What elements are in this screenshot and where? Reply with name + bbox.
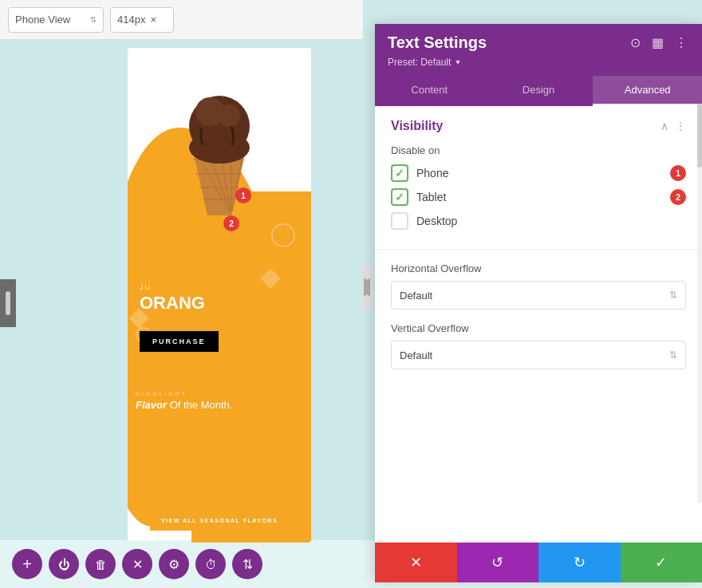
flavor-text-area: JU Orang <box>140 283 205 314</box>
view-select[interactable]: Phone View ⇅ <box>8 7 104 33</box>
horizontal-overflow-value: Default <box>400 290 432 302</box>
purchase-button[interactable]: PURCHASE <box>140 331 219 352</box>
disable-on-label: Disable on <box>391 144 686 156</box>
top-toolbar: Phone View ⇅ 414px × <box>0 0 363 40</box>
panel-header: Text Settings ⊙ ▦ ⋮ Preset: Default ▼ <box>375 24 702 76</box>
phone-checkbox[interactable] <box>391 164 408 182</box>
tab-content[interactable]: Content <box>375 76 484 106</box>
panel-title: Text Settings <box>388 34 487 52</box>
toolbar-power-button[interactable]: ⏻ <box>49 549 79 579</box>
section-collapse-icon[interactable]: ∧ <box>661 120 668 132</box>
highlight-area: HIGHLIGHT Flavor Of the Month. <box>136 391 232 411</box>
redo-button[interactable]: ↻ <box>538 543 621 582</box>
flavor-name: Orang <box>140 293 205 314</box>
reset-button[interactable]: ↺ <box>457 543 539 582</box>
checkbox-row-tablet: Tablet 2 <box>391 188 686 206</box>
toolbar-close-button[interactable]: ✕ <box>122 549 152 579</box>
svg-point-13 <box>218 105 240 127</box>
scroll-thumb[interactable] <box>697 104 702 168</box>
settings-panel: Text Settings ⊙ ▦ ⋮ Preset: Default ▼ Co… <box>375 24 702 582</box>
section-header-icons: ∧ ⋮ <box>661 120 686 132</box>
horizontal-overflow-select[interactable]: Default ⇅ <box>391 281 686 310</box>
panel-preset[interactable]: Preset: Default ▼ <box>388 57 689 68</box>
toolbar-clock-button[interactable]: ⏱ <box>195 549 226 579</box>
checkbox-row-phone: Phone 1 <box>391 164 686 182</box>
horizontal-overflow-label: Horizontal Overflow <box>391 262 686 274</box>
phone-mockup: 1 2 JU Orang PURCHASE HIGHLIGHT Flavor O… <box>128 48 311 543</box>
svg-rect-16 <box>6 291 10 315</box>
orange-fill <box>191 191 311 543</box>
view-select-label: Phone View <box>15 14 70 26</box>
checkbox-row-desktop: Desktop <box>391 212 686 230</box>
tab-advanced[interactable]: Advanced <box>593 76 702 106</box>
horizontal-overflow-arrow: ⇅ <box>669 290 677 301</box>
panel-tabs: Content Design Advanced <box>375 76 702 106</box>
view-select-arrows: ⇅ <box>90 15 97 24</box>
left-panel-icon[interactable] <box>0 279 16 327</box>
vertical-overflow-select[interactable]: Default ⇅ <box>391 341 686 369</box>
reset-icon: ↺ <box>491 554 503 571</box>
view-all-button[interactable]: VIEW ALL SEASONAL FLAVORS <box>150 511 289 531</box>
panel-icon-columns[interactable]: ▦ <box>650 34 665 52</box>
px-input[interactable]: 414px × <box>110 7 174 33</box>
scroll-track <box>697 104 702 503</box>
toolbar-sliders-button[interactable]: ⇅ <box>232 549 262 579</box>
highlight-text: Flavor Of the Month. <box>136 399 232 411</box>
canvas-badge-2: 2 <box>223 215 239 231</box>
px-close-icon[interactable]: × <box>150 14 156 26</box>
panel-icon-focus[interactable]: ⊙ <box>629 34 642 52</box>
save-icon: ✓ <box>655 554 667 571</box>
tablet-badge: 2 <box>670 189 686 205</box>
panel-title-row: Text Settings ⊙ ▦ ⋮ <box>388 34 689 52</box>
flavor-sublabel: JU <box>140 283 205 291</box>
section-title: Visibility <box>391 119 444 133</box>
vertical-overflow-label: Vertical Overflow <box>391 322 686 334</box>
highlight-label: HIGHLIGHT <box>136 391 232 397</box>
toolbar-settings-button[interactable]: ⚙ <box>159 549 189 579</box>
section-header: Visibility ∧ ⋮ <box>391 119 686 133</box>
desktop-label: Desktop <box>416 215 457 227</box>
vertical-overflow-value: Default <box>400 349 432 361</box>
highlight-rest: Of the Month. <box>167 399 232 411</box>
highlight-flavor-word: Flavor <box>136 399 167 411</box>
tablet-checkbox[interactable] <box>391 188 408 206</box>
toolbar-add-button[interactable]: + <box>12 549 42 579</box>
px-value: 414px <box>117 14 145 26</box>
save-button[interactable]: ✓ <box>621 543 703 582</box>
panel-body: Visibility ∧ ⋮ Disable on Phone 1 Tablet… <box>375 106 702 543</box>
phone-label: Phone <box>416 167 448 180</box>
tab-design[interactable]: Design <box>484 76 594 106</box>
collapse-handle[interactable] <box>361 263 373 311</box>
phone-badge: 1 <box>670 165 686 181</box>
panel-icons: ⊙ ▦ ⋮ <box>629 34 689 52</box>
preset-chevron-icon: ▼ <box>454 58 461 66</box>
cancel-button[interactable]: ✕ <box>375 543 457 582</box>
panel-icon-more[interactable]: ⋮ <box>673 34 689 52</box>
section-more-icon[interactable]: ⋮ <box>675 120 686 132</box>
visibility-section: Visibility ∧ ⋮ Disable on Phone 1 Tablet… <box>375 106 702 250</box>
preset-label: Preset: Default <box>388 57 451 68</box>
horizontal-overflow-section: Horizontal Overflow Default ⇅ Vertical O… <box>375 250 702 395</box>
icecream-container <box>172 56 267 215</box>
action-bar: ✕ ↺ ↻ ✓ <box>375 543 702 582</box>
toolbar-trash-button[interactable]: 🗑 <box>85 549 116 579</box>
redo-icon: ↻ <box>574 554 586 571</box>
vertical-overflow-arrow: ⇅ <box>669 349 677 361</box>
icecream-svg <box>172 56 267 215</box>
canvas-badge-1: 1 <box>235 187 251 203</box>
deco-circle-1 <box>271 223 295 247</box>
mockup-inner: 1 2 JU Orang PURCHASE HIGHLIGHT Flavor O… <box>128 48 311 543</box>
cancel-icon: ✕ <box>410 554 422 571</box>
desktop-checkbox[interactable] <box>391 212 408 230</box>
tablet-label: Tablet <box>416 191 446 203</box>
